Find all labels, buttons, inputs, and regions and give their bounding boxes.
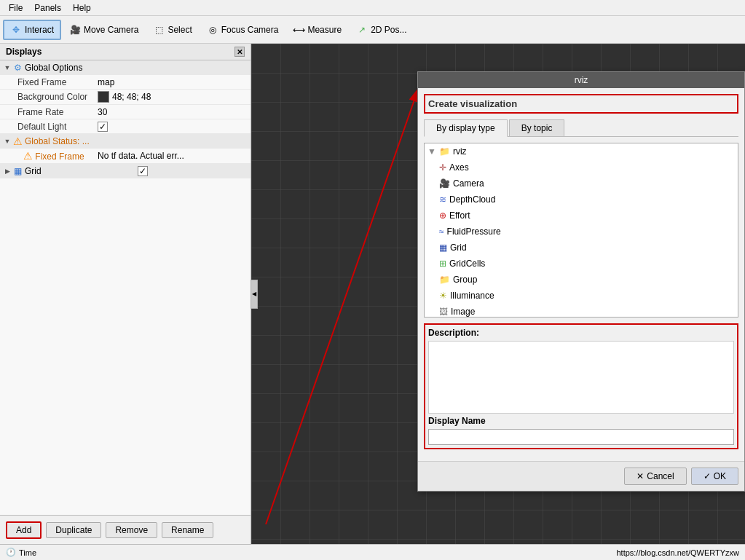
panel-collapse-handle[interactable]: ◀ [251, 280, 258, 309]
displays-panel-header: Displays ✕ [0, 44, 251, 60]
tree-item-gridcells[interactable]: ⊞ GridCells [425, 256, 738, 272]
display-name-label: Display Name [428, 416, 734, 426]
frame-rate-row: Frame Rate 30 [0, 105, 251, 119]
move-camera-button[interactable]: 🎥 Move Camera [63, 20, 145, 40]
global-status-expand[interactable]: ▼ [3, 137, 12, 146]
grid-expand[interactable]: ▶ [3, 167, 12, 176]
fluid-icon: ≈ [439, 226, 444, 237]
ok-button[interactable]: ✓ OK [691, 468, 738, 485]
global-options-expand[interactable]: ▼ [3, 63, 12, 72]
status-time-label: Time [19, 548, 36, 557]
cursor-icon: ✥ [10, 24, 22, 36]
frame-rate-label: Frame Rate [0, 106, 95, 118]
group-icon: 📁 [439, 275, 450, 285]
dialog-title: rviz [575, 75, 588, 85]
tree-item-depthcloud[interactable]: ≋ DepthCloud [425, 192, 738, 208]
grid-checkbox[interactable]: ✓ [138, 166, 148, 176]
cancel-button[interactable]: ✕ Cancel [624, 468, 686, 485]
warning-small-icon: ⚠ [23, 150, 33, 162]
tree-item-group[interactable]: 📁 Group [425, 272, 738, 288]
background-color-label: Background Color [0, 91, 95, 103]
fixed-frame-status-row: ⚠ Fixed Frame No tf data. Actual err... [0, 149, 251, 164]
description-textarea[interactable] [428, 341, 734, 414]
measure-label: Measure [307, 25, 342, 35]
interact-label: Interact [25, 25, 54, 35]
tree-item-image-label: Image [451, 307, 475, 317]
2dpos-icon: ↗ [356, 24, 368, 36]
tree-item-fluidpressure-label: FluidPressure [447, 226, 501, 237]
default-light-value[interactable]: ✓ [95, 121, 251, 133]
effort-icon: ⊕ [439, 210, 446, 221]
properties-tree: ▼ ⚙ Global Options Fixed Frame map Backg… [0, 60, 251, 515]
depth-icon: ≋ [439, 194, 446, 205]
menu-file[interactable]: File [3, 1, 28, 15]
camera-icon: 🎥 [439, 178, 450, 189]
background-color-row: Background Color 48; 48; 48 [0, 90, 251, 105]
focus-camera-icon: ◎ [207, 24, 218, 36]
menu-panels[interactable]: Panels [28, 1, 67, 15]
tree-item-image[interactable]: 🖼 Image [425, 304, 738, 318]
default-light-checkbox[interactable]: ✓ [98, 122, 108, 132]
grid-label: Grid [25, 166, 135, 176]
tree-item-illuminance[interactable]: ☀ Illuminance [425, 288, 738, 304]
tab-by-display-type[interactable]: By display type [424, 119, 508, 137]
tree-item-camera[interactable]: 🎥 Camera [425, 176, 738, 192]
tree-item-axes[interactable]: ✛ Axes [425, 159, 738, 176]
tree-root-label: rviz [453, 146, 467, 157]
global-status-label: Global Status: ... [25, 136, 251, 146]
tree-root-rviz[interactable]: ▼ 📁 rviz [425, 143, 738, 159]
axes-icon: ✛ [439, 162, 446, 173]
display-name-input[interactable] [428, 429, 734, 445]
tree-item-effort[interactable]: ⊕ Effort [425, 208, 738, 224]
status-left: 🕐 Time [6, 548, 36, 558]
tree-item-axes-label: Axes [449, 162, 469, 173]
tree-item-grid[interactable]: ▦ Grid [425, 240, 738, 256]
menu-help[interactable]: Help [67, 1, 97, 15]
remove-button[interactable]: Remove [106, 522, 157, 538]
image-icon: 🖼 [439, 307, 448, 317]
2dpos-button[interactable]: ↗ 2D Pos... [350, 20, 413, 40]
clock-icon: 🕐 [6, 548, 16, 558]
grid-checkbox-value[interactable]: ✓ [135, 165, 251, 177]
create-visualization-dialog[interactable]: rviz Create visualization By display typ… [417, 71, 745, 492]
description-section: Description: Display Name [424, 323, 738, 449]
frame-rate-value[interactable]: 30 [95, 106, 251, 118]
global-status-row: ▼ ⚠ Global Status: ... [0, 134, 251, 149]
cancel-icon: ✕ [636, 471, 644, 481]
displays-panel-close[interactable]: ✕ [234, 47, 245, 57]
tree-item-effort-label: Effort [449, 210, 470, 221]
bg-color-text: 48; 48; 48 [112, 92, 151, 102]
visualization-type-tree[interactable]: ▼ 📁 rviz ✛ Axes 🎥 Camera ≋ DepthClo [424, 143, 738, 318]
displays-panel-title: Displays [6, 47, 42, 57]
ok-label: OK [714, 471, 726, 481]
main-layout: Displays ✕ ▼ ⚙ Global Options Fixed Fram… [0, 44, 745, 544]
fixed-frame-status-name: ⚠ Fixed Frame [0, 149, 95, 162]
tree-item-group-label: Group [453, 275, 477, 285]
default-light-label: Default Light [0, 121, 95, 133]
measure-button[interactable]: ⟷ Measure [286, 20, 348, 40]
tree-item-illuminance-label: Illuminance [450, 291, 494, 301]
rename-button[interactable]: Rename [162, 522, 213, 538]
duplicate-button[interactable]: Duplicate [46, 522, 101, 538]
interact-button[interactable]: ✥ Interact [3, 20, 61, 40]
description-label: Description: [428, 328, 734, 338]
color-swatch [98, 91, 109, 103]
cancel-label: Cancel [647, 471, 674, 481]
focus-camera-button[interactable]: ◎ Focus Camera [200, 20, 285, 40]
tab-by-topic[interactable]: By topic [509, 119, 565, 136]
select-button[interactable]: ⬚ Select [146, 20, 198, 40]
status-url: https://blog.csdn.net/QWERTYzxw [616, 548, 739, 557]
grid-icon-tree: ▦ [12, 165, 23, 177]
menubar: File Panels Help [0, 0, 745, 16]
grid-row: ▶ ▦ Grid ✓ [0, 164, 251, 178]
fixed-frame-status-label: Fixed Frame [35, 151, 84, 162]
background-color-value[interactable]: 48; 48; 48 [95, 90, 251, 103]
select-icon: ⬚ [153, 24, 165, 36]
bottom-panel: Add Duplicate Remove Rename [0, 515, 251, 544]
global-options-row: ▼ ⚙ Global Options [0, 60, 251, 75]
dialog-titlebar: rviz [418, 72, 744, 88]
fixed-frame-row: Fixed Frame map [0, 75, 251, 90]
tree-item-fluidpressure[interactable]: ≈ FluidPressure [425, 224, 738, 240]
fixed-frame-value[interactable]: map [95, 76, 251, 88]
add-button[interactable]: Add [6, 521, 42, 539]
